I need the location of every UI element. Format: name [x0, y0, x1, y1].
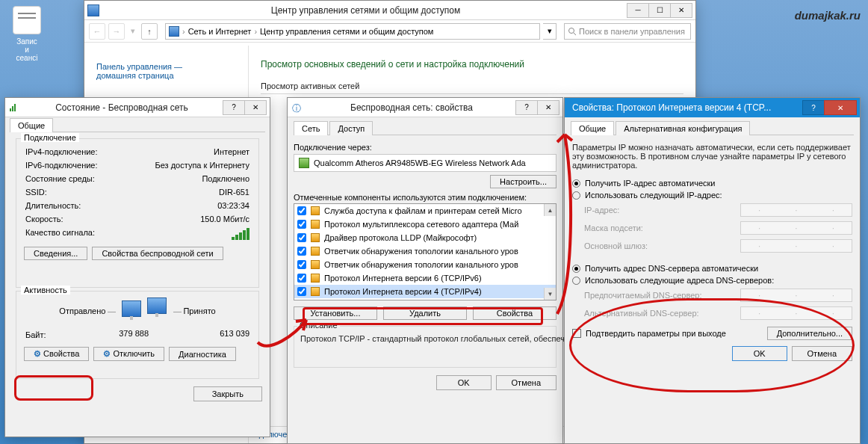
nav-forward[interactable]: → — [108, 23, 125, 40]
ok-button[interactable]: OK — [436, 375, 492, 390]
ipv4-title: Свойства: Протокол Интернета версии 4 (T… — [568, 102, 803, 113]
cp-side-link[interactable]: Панель управления —домашняя страница — [96, 62, 236, 80]
tab-alt[interactable]: Альтернативная конфигурация — [616, 121, 750, 135]
components-list[interactable]: ▲ ▼ Служба доступа к файлам и принтерам … — [294, 203, 557, 300]
help-button[interactable]: ? — [515, 100, 538, 115]
dns1-field: Предпочитаемый DNS-сервер:··· — [572, 286, 852, 304]
signal-label: Качество сигнала: — [25, 228, 95, 240]
component-icon — [311, 220, 320, 229]
properties-button[interactable]: ⚙ Свойства — [24, 347, 89, 361]
ipv4-value: Интернет — [214, 147, 249, 156]
disable-button[interactable]: ⚙ Отключить — [93, 347, 164, 361]
nav-up[interactable]: ↑ — [141, 23, 158, 40]
cp-icon — [87, 4, 99, 16]
validate-checkbox[interactable]: Подтвердить параметры при выходе Дополни… — [572, 327, 852, 340]
close-button[interactable]: ✕ — [244, 100, 267, 115]
scroll-down[interactable]: ▼ — [544, 288, 556, 300]
conn-label: Подключение через: — [294, 143, 557, 152]
cp-subheading: Просмотр активных сетей — [261, 81, 359, 92]
radio-auto-ip[interactable]: Получить IP-адрес автоматически — [572, 177, 852, 189]
search-input[interactable]: Поиск в панели управления — [564, 23, 691, 40]
ip-address-field: IP-адрес:··· — [572, 201, 852, 219]
duration-label: Длительность: — [25, 201, 81, 210]
close-status-button[interactable]: Закрыть — [193, 386, 262, 401]
tab-network[interactable]: Сеть — [294, 121, 328, 135]
dns2-field: Альтернативный DNS-сервер:··· — [572, 304, 852, 322]
component-label: Протокол Интернета версии 6 (TCP/IPv6) — [324, 274, 482, 283]
sent-label: Отправлено — [59, 306, 105, 315]
bytes-sent: 379 888 — [66, 329, 149, 338]
ssid-label: SSID: — [25, 188, 47, 197]
component-item[interactable]: Драйвер протокола LLDP (Майкрософт) — [294, 231, 556, 244]
component-item[interactable]: Протокол мультиплексора сетевого адаптер… — [294, 218, 556, 231]
component-label: Драйвер протокола LLDP (Майкрософт) — [324, 233, 477, 242]
file-icon — [13, 6, 41, 34]
adapter-properties-window: ⓘ Беспроводная сеть: свойства ? ✕ Сеть Д… — [287, 97, 563, 444]
cancel-button[interactable]: Отмена — [496, 375, 557, 390]
ipv4-properties-window: Свойства: Протокол Интернета версии 4 (T… — [564, 97, 861, 444]
component-checkbox[interactable] — [297, 247, 306, 256]
cp-navbar: ← → ▾ ↑ › Сеть и Интернет › Центр управл… — [84, 20, 695, 43]
ipv4-label: IPv4-подключение: — [25, 147, 98, 156]
component-checkbox[interactable] — [297, 206, 306, 215]
diagnostics-button[interactable]: Диагностика — [169, 347, 236, 361]
activity-group: Активность Отправлено — — Принято Байт: … — [16, 291, 259, 379]
media-label: Состояние среды: — [25, 174, 95, 183]
bytes-recv: 613 039 — [167, 329, 249, 338]
scroll-up[interactable]: ▲ — [544, 204, 556, 216]
duration-value: 03:23:34 — [217, 201, 249, 210]
adapter-name: Qualcomm Atheros AR9485WB-EG Wireless Ne… — [294, 154, 557, 172]
advanced-button[interactable]: Дополнительно... — [767, 327, 852, 340]
component-checkbox[interactable] — [297, 260, 306, 269]
tab-general[interactable]: Общие — [571, 121, 614, 135]
help-button[interactable]: ? — [223, 100, 245, 115]
install-button[interactable]: Установить... — [294, 306, 377, 320]
ipv6-value: Без доступа к Интернету — [155, 161, 249, 170]
watermark: dumajkak.ru — [795, 9, 861, 22]
radio-manual-ip[interactable]: Использовать следующий IP-адрес: — [572, 189, 852, 201]
component-checkbox[interactable] — [297, 287, 306, 296]
tab-general[interactable]: Общие — [10, 118, 53, 132]
nav-back[interactable]: ← — [89, 23, 105, 40]
radio-auto-dns[interactable]: Получить адрес DNS-сервера автоматически — [572, 262, 852, 274]
help-button[interactable]: ? — [802, 100, 825, 115]
tab-sharing[interactable]: Доступ — [329, 121, 373, 135]
adapter-title: Беспроводная сеть: свойства — [307, 102, 516, 113]
component-icon — [311, 206, 320, 215]
close-button[interactable]: ✕ — [824, 100, 857, 115]
uninstall-button[interactable]: Удалить — [383, 306, 467, 320]
wireless-props-button[interactable]: Свойства беспроводной сети — [92, 247, 223, 260]
component-item[interactable]: Ответчик обнаружения топологии канальног… — [294, 258, 556, 271]
component-item[interactable]: Ответчик обнаружения топологии канальног… — [294, 244, 556, 258]
minimize-button[interactable]: ─ — [627, 3, 649, 18]
maximize-button[interactable]: ☐ — [648, 3, 671, 18]
cancel-button[interactable]: Отмена — [792, 346, 852, 361]
nav-recent[interactable]: ▾ — [128, 23, 138, 40]
close-button[interactable]: ✕ — [670, 3, 692, 18]
component-item[interactable]: Служба доступа к файлам и принтерам сете… — [294, 204, 556, 218]
radio-manual-dns[interactable]: Использовать следующие адреса DNS-сервер… — [572, 274, 852, 286]
signal-bars — [232, 228, 249, 240]
svg-line-1 — [574, 33, 576, 35]
configure-button[interactable]: Настроить... — [490, 175, 557, 188]
details-button[interactable]: Сведения... — [24, 247, 87, 260]
close-button[interactable]: ✕ — [537, 100, 559, 115]
desktop-file-icon[interactable]: Запис и сеансі — [4, 6, 49, 62]
component-icon — [311, 247, 320, 256]
component-checkbox[interactable] — [297, 220, 306, 229]
component-checkbox[interactable] — [297, 233, 306, 242]
signal-icon — [10, 104, 16, 111]
component-icon — [311, 233, 320, 242]
bc-item[interactable]: Центр управления сетями и общим доступом — [260, 27, 433, 36]
component-checkbox[interactable] — [297, 274, 306, 283]
speed-value: 150.0 Мбит/с — [200, 215, 249, 223]
component-props-button[interactable]: Свойства — [473, 306, 557, 320]
breadcrumbs[interactable]: › Сеть и Интернет › Центр управления сет… — [165, 23, 540, 40]
components-label: Отмеченные компоненты используются этим … — [294, 193, 557, 202]
nav-dropdown[interactable]: ▾ — [543, 23, 557, 40]
bc-item[interactable]: Сеть и Интернет — [188, 27, 252, 36]
component-item[interactable]: Протокол Интернета версии 4 (TCP/IPv4) — [294, 285, 556, 298]
component-item[interactable]: Протокол Интернета версии 6 (TCP/IPv6) — [294, 271, 556, 285]
ok-button[interactable]: OK — [732, 346, 787, 361]
adapter-icon: ⓘ — [292, 102, 303, 113]
